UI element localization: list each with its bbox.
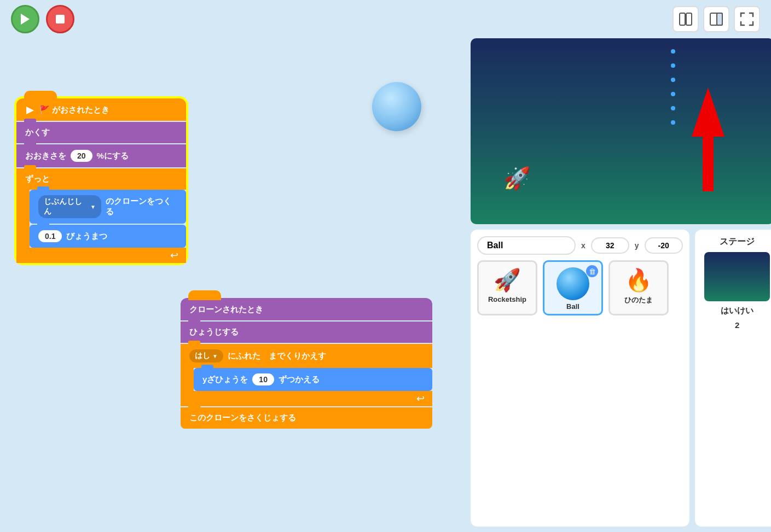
sprite-name-input[interactable] [477,236,576,255]
ball-label: Ball [566,302,579,311]
stack-group-2: クローンされたとき ひょうじする はし ▼ にふれた までくりかえす yざひ [181,298,432,429]
loop-content: じぶんじしん ▼ のクローンをつくる 0.1 びょうまつ [30,190,186,248]
when-clone-label: クローンされたとき [189,305,263,315]
block-delete-clone[interactable]: このクローンをさくじょする [181,407,432,429]
green-flag-button[interactable] [11,5,39,33]
layout-button-stage[interactable] [703,6,729,32]
svg-rect-3 [686,13,692,25]
dot-2 [671,63,675,68]
ball-icon [556,267,589,300]
hinotama-icon: 🔥 [625,267,652,293]
block-show[interactable]: ひょうじする [181,321,432,343]
dropdown-arrow-until-icon: ▼ [212,353,218,359]
block-repeat-until[interactable]: はし ▼ にふれた までくりかえす [181,344,432,368]
block-hide[interactable]: かくす [16,122,186,143]
dot-5 [671,106,675,110]
playback-controls [11,5,74,33]
layout-button-fullscreen[interactable] [734,6,760,32]
delete-clone-label: このクローンをさくじょする [189,413,296,423]
wait-value[interactable]: 0.1 [38,230,62,242]
red-arrow-icon [686,82,730,191]
top-bar [0,0,771,38]
forever-bottom [16,248,186,263]
move-value[interactable]: 10 [252,373,274,385]
until-dropdown[interactable]: はし ▼ [189,349,223,363]
block-hide-label: かくす [25,127,50,138]
code-area[interactable]: 🚩 がおされたとき かくす おおきさを 20 %にする ずっと [0,38,465,532]
forever-arm: じぶんじしん ▼ のクローンをつくる 0.1 びょうまつ [16,190,186,248]
y-coord-input[interactable] [645,237,683,254]
move-prefix: yざひょうを [202,375,248,385]
block-create-clone[interactable]: じぶんじしん ▼ のクローンをつくる [30,190,186,224]
repeat-until-arm: yざひょうを 10 ずつかえる [181,368,432,391]
block-size[interactable]: おおきさを 20 %にする [16,144,186,167]
clone-suffix: のクローンをつくる [106,196,177,217]
block-size-prefix: おおきさを [25,151,66,161]
block-size-suffix: %にする [97,151,129,161]
until-suffix: にふれた までくりかえす [228,351,326,361]
stage-preview: 🚀 [471,38,771,224]
stage-thumbnail[interactable] [704,252,770,301]
stage-area: 🚀 x y 🚀 Rocketship [465,38,771,532]
dropdown-arrow-icon: ▼ [90,204,96,210]
delete-sprite-button[interactable]: 🗑 [586,265,598,277]
sprite-card-hinotama[interactable]: 🔥 ひのたま [608,260,669,315]
main-area: 🚩 がおされたとき かくす おおきさを 20 %にする ずっと [0,38,771,532]
loop-left-arm [16,190,30,248]
ball-sprite-canvas [372,82,421,131]
hat-block-label: 🚩 がおされたとき [39,105,109,115]
background-label: はいけい [721,306,753,316]
until-dropdown-label: はし [195,351,210,361]
stage-side-panel: ステージ はいけい 2 [695,230,771,527]
layout-button-split[interactable] [673,6,699,32]
show-label: ひょうじする [189,327,239,337]
block-wait[interactable]: 0.1 びょうまつ [30,225,186,248]
sprite-info-row: x y [477,236,683,255]
stage-dots [671,49,675,125]
svg-marker-7 [692,87,724,191]
clone-dropdown-label: じぶんじしん [44,197,88,217]
sprite-and-stage-row: x y 🚀 Rocketship 🗑 Ba [471,230,771,527]
svg-marker-0 [21,14,30,25]
sprite-card-rocketship[interactable]: 🚀 Rocketship [477,260,537,315]
background-count: 2 [735,320,739,330]
y-label: y [635,241,639,250]
svg-rect-2 [680,13,685,25]
wait-suffix: びょうまつ [66,231,107,242]
sprite-grid: 🚀 Rocketship 🗑 Ball 🔥 ひのたま [477,260,683,315]
stage-label: ステージ [720,236,755,248]
hat-block-flag[interactable]: 🚩 がおされたとき [16,98,186,121]
dot-1 [671,49,675,54]
rocketship-label: Rocketship [488,295,526,303]
dot-4 [671,92,675,96]
repeat-until-bottom [181,391,432,406]
sprite-panel: x y 🚀 Rocketship 🗑 Ba [471,230,689,527]
block-size-value[interactable]: 20 [71,150,92,162]
dot-6 [671,120,675,125]
clone-dropdown[interactable]: じぶんじしん ▼ [38,195,101,218]
x-label: x [581,241,586,250]
rocket-sprite: 🚀 [503,166,531,191]
hat-block-clone[interactable]: クローンされたとき [181,298,432,320]
stop-button[interactable] [46,5,74,33]
layout-controls [673,6,760,32]
dot-3 [671,78,675,82]
forever-label: ずっと [25,174,50,184]
sprite-card-ball[interactable]: 🗑 Ball [543,260,603,315]
move-suffix: ずつかえる [279,375,320,385]
block-change-y[interactable]: yざひょうを 10 ずつかえる [194,368,432,391]
hinotama-label: ひのたま [624,295,653,305]
x-coord-input[interactable] [591,237,629,254]
loop-content-2: yざひょうを 10 ずつかえる [194,368,432,391]
svg-rect-5 [717,13,722,25]
svg-marker-6 [26,107,34,114]
rocketship-icon: 🚀 [494,267,521,293]
svg-rect-1 [56,15,65,24]
loop-left-arm-2 [181,368,194,391]
stack-group-1: 🚩 がおされたとき かくす おおきさを 20 %にする ずっと [16,98,186,263]
